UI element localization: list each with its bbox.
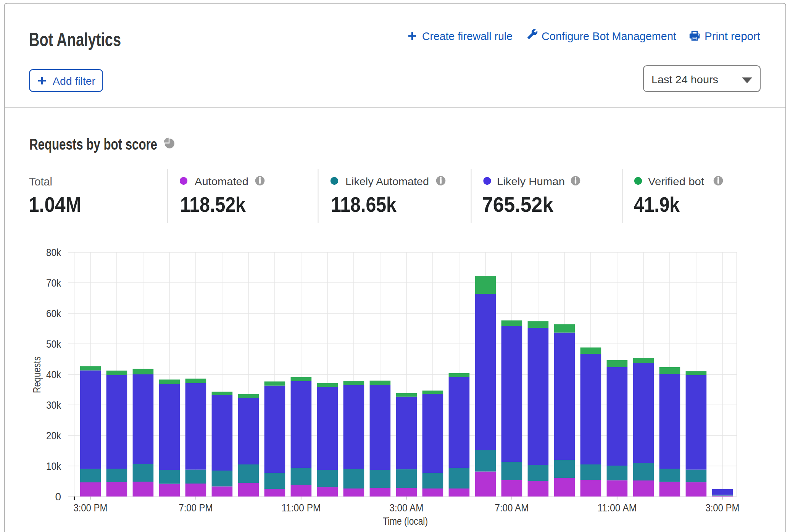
svg-text:80k: 80k — [46, 247, 61, 258]
svg-text:Bot Analytics: Bot Analytics — [29, 29, 121, 50]
svg-text:Create firewall rule: Create firewall rule — [422, 30, 513, 42]
svg-text:Configure Bot Management: Configure Bot Management — [542, 30, 676, 42]
svg-text:50k: 50k — [46, 338, 61, 350]
svg-text:70k: 70k — [46, 277, 61, 289]
svg-text:41.9k: 41.9k — [634, 193, 680, 216]
svg-text:60k: 60k — [46, 308, 61, 319]
svg-text:Likely Automated: Likely Automated — [345, 176, 429, 187]
svg-text:20k: 20k — [46, 430, 61, 442]
svg-text:Add filter: Add filter — [53, 75, 95, 87]
svg-text:3:00 AM: 3:00 AM — [389, 502, 423, 514]
svg-text:Total: Total — [29, 175, 52, 188]
svg-text:Likely Human: Likely Human — [497, 176, 565, 187]
svg-text:7:00 AM: 7:00 AM — [495, 502, 529, 514]
svg-text:Time (local): Time (local) — [383, 516, 428, 527]
svg-text:10k: 10k — [46, 460, 61, 472]
svg-text:7:00 PM: 7:00 PM — [179, 502, 213, 514]
svg-text:Last 24 hours: Last 24 hours — [651, 74, 718, 85]
svg-text:Verified bot: Verified bot — [648, 176, 704, 187]
svg-text:Requests: Requests — [31, 356, 43, 393]
svg-text:765.52k: 765.52k — [482, 193, 553, 216]
svg-text:118.52k: 118.52k — [180, 193, 246, 216]
svg-text:3:00 PM: 3:00 PM — [705, 502, 739, 514]
svg-text:Automated: Automated — [195, 176, 248, 187]
svg-text:11:00 AM: 11:00 AM — [597, 502, 637, 514]
svg-text:Requests by bot score: Requests by bot score — [29, 136, 157, 153]
svg-text:30k: 30k — [46, 399, 61, 411]
svg-text:1.04M: 1.04M — [29, 193, 81, 216]
svg-text:40k: 40k — [46, 369, 61, 380]
svg-text:11:00 PM: 11:00 PM — [281, 502, 321, 514]
svg-text:0: 0 — [55, 491, 61, 503]
svg-text:3:00 PM: 3:00 PM — [73, 502, 107, 514]
svg-text:Print report: Print report — [705, 30, 760, 42]
svg-text:118.65k: 118.65k — [331, 193, 397, 216]
